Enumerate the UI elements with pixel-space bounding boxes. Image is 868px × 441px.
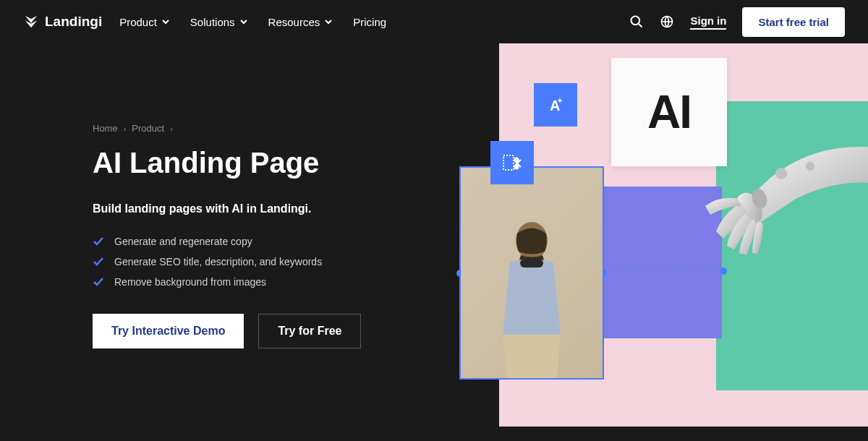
- person-photo: [461, 168, 603, 378]
- person-illustration: [481, 205, 582, 378]
- check-icon: [93, 256, 104, 267]
- hero-text-column: Home › Product › AI Landing Page Build l…: [23, 43, 414, 441]
- globe-icon[interactable]: [660, 14, 674, 29]
- chevron-down-icon: [324, 17, 333, 26]
- feature-list: Generate and regenerate copy Generate SE…: [93, 236, 414, 288]
- feature-text: Generate SEO title, description, and key…: [114, 256, 322, 267]
- background-remove-tile: [490, 141, 534, 184]
- feature-text: Generate and regenerate copy: [114, 236, 252, 247]
- svg-rect-7: [503, 155, 514, 170]
- nav-pricing[interactable]: Pricing: [353, 16, 386, 28]
- main-nav: Product Solutions Resources Pricing: [119, 16, 386, 28]
- signin-link[interactable]: Sign in: [690, 14, 726, 30]
- sparkle-text-icon: A: [544, 93, 567, 116]
- nav-solutions[interactable]: Solutions: [190, 16, 248, 28]
- ai-label: AI: [647, 85, 691, 139]
- header-actions: Sign in Start free trial: [629, 7, 845, 37]
- svg-point-8: [515, 158, 519, 162]
- breadcrumb: Home › Product ›: [93, 123, 414, 134]
- nav-resources[interactable]: Resources: [268, 16, 333, 28]
- breadcrumb-item[interactable]: Home: [93, 123, 118, 134]
- selection-handle: [720, 267, 727, 275]
- nav-label: Product: [119, 16, 157, 28]
- svg-point-0: [631, 17, 640, 25]
- nav-label: Resources: [268, 16, 320, 28]
- page-title: AI Landing Page: [93, 147, 414, 179]
- hero-visual: AI: [499, 43, 868, 427]
- selection-dotted-line: [605, 270, 720, 270]
- check-icon: [93, 276, 104, 288]
- ai-text-tool-tile: A: [534, 83, 577, 127]
- feature-item: Generate SEO title, description, and key…: [93, 256, 414, 267]
- logo[interactable]: Landingi: [23, 14, 102, 30]
- chevron-right-icon: ›: [124, 124, 127, 133]
- logo-text: Landingi: [45, 14, 102, 30]
- nav-label: Solutions: [190, 16, 235, 28]
- chevron-down-icon: [161, 17, 170, 26]
- svg-point-11: [775, 168, 787, 179]
- robot-hand-illustration: [680, 134, 868, 264]
- main-content: Home › Product › AI Landing Page Build l…: [0, 43, 868, 441]
- scissors-crop-icon: [501, 151, 524, 174]
- nav-product[interactable]: Product: [119, 16, 170, 28]
- try-free-button[interactable]: Try for Free: [258, 314, 361, 348]
- hero-subtitle: Build landing pages with AI in Landingi.: [93, 202, 414, 215]
- feature-text: Remove background from images: [114, 276, 266, 288]
- try-demo-button[interactable]: Try Interactive Demo: [93, 314, 244, 348]
- photo-selection-frame: [459, 166, 604, 380]
- chevron-down-icon: [239, 17, 248, 26]
- chevron-right-icon: ›: [170, 124, 173, 133]
- feature-item: Remove background from images: [93, 276, 414, 288]
- logo-icon: [23, 14, 39, 30]
- cta-row: Try Interactive Demo Try for Free: [93, 314, 414, 348]
- search-icon[interactable]: [629, 14, 644, 29]
- feature-item: Generate and regenerate copy: [93, 236, 414, 247]
- check-icon: [93, 236, 104, 247]
- svg-point-12: [806, 162, 814, 171]
- svg-point-4: [520, 259, 529, 267]
- main-header: Landingi Product Solutions Resources Pri…: [0, 0, 868, 43]
- svg-point-5: [535, 259, 543, 267]
- breadcrumb-item[interactable]: Product: [132, 123, 164, 134]
- nav-label: Pricing: [353, 16, 386, 28]
- start-trial-button[interactable]: Start free trial: [742, 7, 845, 37]
- hero-visual-column: AI: [414, 43, 845, 441]
